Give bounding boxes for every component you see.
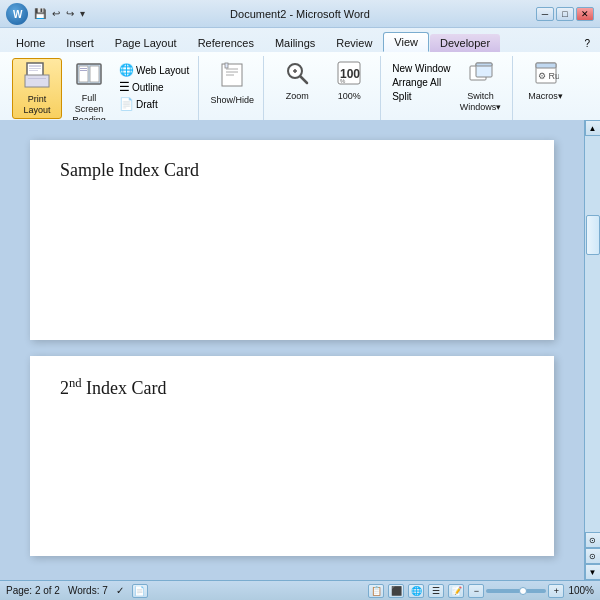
svg-rect-12 [80, 70, 87, 71]
view-small-btns: 🌐 Web Layout ☰ Outline 📄 Draft [116, 62, 192, 112]
scroll-up-btn[interactable]: ▲ [585, 120, 601, 136]
card-1-title: Sample Index Card [60, 160, 199, 180]
view-mode-full-btn[interactable]: ⬛ [388, 584, 404, 598]
web-layout-icon: 🌐 [119, 63, 134, 77]
status-right: 📋 ⬛ 🌐 ☰ 📝 − + 100% [368, 584, 594, 598]
index-card-2: 2nd Index Card [30, 356, 554, 556]
scroll-track[interactable] [585, 136, 600, 532]
zoom-btn[interactable]: Zoom [272, 58, 322, 104]
office-orb[interactable]: W [6, 3, 28, 25]
svg-line-22 [301, 77, 308, 84]
scroll-btns-bottom: ⊙ ⊙ ▼ [585, 532, 601, 580]
outline-icon: ☰ [119, 80, 130, 94]
zoom-icon [284, 60, 310, 90]
show-hide-label: Show/Hide [210, 95, 254, 106]
view-mode-print-btn[interactable]: 📋 [368, 584, 384, 598]
ribbon-tabs: Home Insert Page Layout References Maili… [0, 28, 600, 52]
help-btn[interactable]: ? [580, 35, 594, 52]
window-small-btns: New Window Arrange All Split [389, 62, 453, 103]
draft-btn[interactable]: 📄 Draft [116, 96, 192, 112]
scroll-next-page-btn[interactable]: ⊙ [585, 548, 601, 564]
index-card-1: Sample Index Card [30, 140, 554, 340]
view-mode-draft-btn[interactable]: 📝 [448, 584, 464, 598]
scroll-down-btn[interactable]: ▼ [585, 564, 601, 580]
quick-access-toolbar: 💾 ↩ ↪ ▾ [32, 7, 87, 20]
new-window-label: New Window [392, 63, 450, 74]
svg-rect-6 [25, 75, 49, 87]
svg-rect-5 [29, 70, 38, 71]
draft-icon: 📄 [119, 97, 134, 111]
split-btn[interactable]: Split [389, 90, 453, 103]
page-info: Page: 2 of 2 [6, 585, 60, 596]
zoom-out-btn[interactable]: − [468, 584, 484, 598]
tab-review[interactable]: Review [326, 34, 382, 52]
close-btn[interactable]: ✕ [576, 7, 594, 21]
svg-rect-4 [29, 68, 41, 69]
zoom-slider[interactable]: − + [468, 584, 564, 598]
document-views-content: PrintLayout Full ScreenReading [12, 58, 192, 127]
macros-label: Macros▾ [528, 91, 563, 102]
status-doc-icon[interactable]: 📄 [132, 584, 148, 598]
status-bar: Page: 2 of 2 Words: 7 ✓ 📄 📋 ⬛ 🌐 ☰ 📝 − + … [0, 580, 600, 600]
view-mode-outline-btn[interactable]: ☰ [428, 584, 444, 598]
title-bar: W 💾 ↩ ↪ ▾ Document2 - Microsoft Word ─ □… [0, 0, 600, 28]
more-qa-btn[interactable]: ▾ [78, 7, 87, 20]
tab-insert[interactable]: Insert [56, 34, 104, 52]
minimize-btn[interactable]: ─ [536, 7, 554, 21]
arrange-all-label: Arrange All [392, 77, 441, 88]
vertical-scrollbar[interactable]: ▲ ⊙ ⊙ ▼ [584, 120, 600, 580]
window-content: New Window Arrange All Split [389, 58, 505, 127]
document-canvas[interactable]: Sample Index Card 2nd Index Card [0, 120, 584, 580]
full-screen-reading-btn[interactable]: Full ScreenReading [64, 58, 114, 127]
split-label: Split [392, 91, 411, 102]
maximize-btn[interactable]: □ [556, 7, 574, 21]
status-left: Page: 2 of 2 Words: 7 ✓ 📄 [6, 584, 148, 598]
word-count: Words: 7 [68, 585, 108, 596]
zoom-100-label: 100% [338, 91, 361, 102]
print-layout-label: PrintLayout [23, 94, 50, 116]
svg-rect-3 [29, 65, 41, 67]
draft-label: Draft [136, 99, 158, 110]
web-layout-btn[interactable]: 🌐 Web Layout [116, 62, 192, 78]
zoom-thumb [519, 587, 527, 595]
zoom-level: 100% [568, 585, 594, 596]
scroll-prev-page-btn[interactable]: ⊙ [585, 532, 601, 548]
window-title: Document2 - Microsoft Word [0, 8, 600, 20]
tab-mailings[interactable]: Mailings [265, 34, 325, 52]
card-2-title: 2nd Index Card [60, 378, 167, 398]
arrange-all-btn[interactable]: Arrange All [389, 76, 453, 89]
svg-text:⚙ Run: ⚙ Run [538, 71, 559, 81]
outline-btn[interactable]: ☰ Outline [116, 79, 192, 95]
show-hide-btn[interactable]: Show/Hide [207, 58, 257, 108]
scroll-thumb[interactable] [586, 215, 600, 255]
zoom-track[interactable] [486, 589, 546, 593]
print-layout-icon [23, 61, 51, 93]
svg-text:%: % [340, 78, 346, 84]
zoom-100-btn[interactable]: 100 % 100% [324, 58, 374, 104]
undo-qa-btn[interactable]: ↩ [50, 7, 62, 20]
check-icon: ✓ [116, 585, 124, 596]
save-qa-btn[interactable]: 💾 [32, 7, 48, 20]
zoom-content: Zoom 100 % 100% [272, 58, 374, 127]
svg-rect-10 [90, 66, 99, 82]
print-layout-btn[interactable]: PrintLayout [12, 58, 62, 119]
svg-rect-28 [476, 63, 492, 66]
tab-view[interactable]: View [383, 32, 429, 52]
zoom-100-icon: 100 % [336, 60, 362, 90]
svg-rect-7 [28, 78, 46, 79]
new-window-btn[interactable]: New Window [389, 62, 453, 75]
macros-btn[interactable]: ⚙ Run Macros▾ [521, 58, 571, 104]
macros-icon: ⚙ Run [533, 60, 559, 90]
switch-windows-btn[interactable]: SwitchWindows▾ [456, 58, 506, 115]
redo-qa-btn[interactable]: ↪ [64, 7, 76, 20]
svg-rect-11 [80, 68, 87, 69]
tab-page-layout[interactable]: Page Layout [105, 34, 187, 52]
tab-developer[interactable]: Developer [430, 34, 500, 52]
macros-content: ⚙ Run Macros▾ [521, 58, 571, 127]
document-area: Sample Index Card 2nd Index Card ▲ ⊙ ⊙ ▼ [0, 120, 600, 580]
tab-references[interactable]: References [188, 34, 264, 52]
tab-home[interactable]: Home [6, 34, 55, 52]
view-mode-web-btn[interactable]: 🌐 [408, 584, 424, 598]
zoom-label: Zoom [286, 91, 309, 102]
zoom-in-btn[interactable]: + [548, 584, 564, 598]
